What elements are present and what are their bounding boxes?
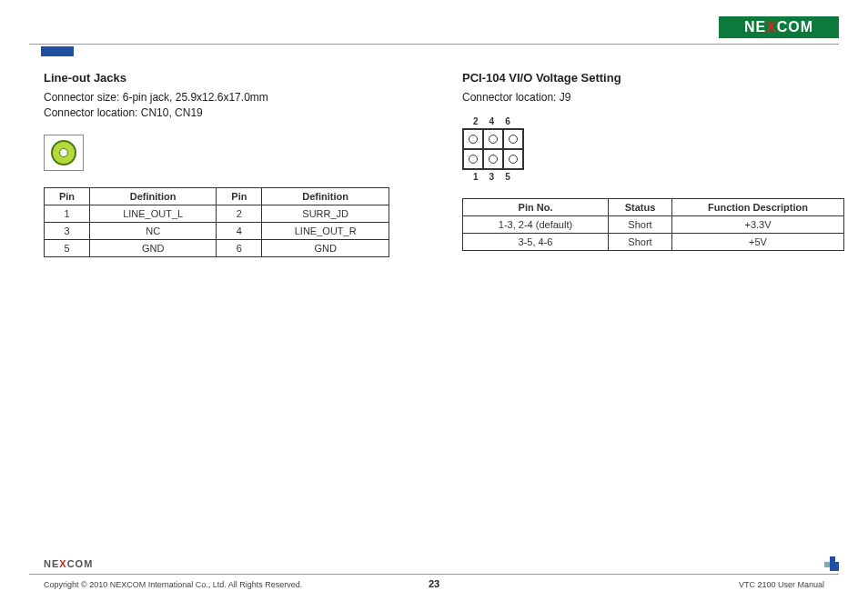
conn-cell [483,129,503,149]
pin-hole-icon [489,155,498,164]
cell-def: NC [89,222,217,239]
pin-hole-icon [469,135,478,144]
table-header-row: Pin Definition Pin Definition [45,187,389,205]
brand-x: X [59,558,66,569]
table-row: 5 GND 6 GND [45,239,389,256]
conn-cell [503,129,523,149]
cell-def: GND [262,239,389,256]
left-line2: Connector location: CN10, CN19 [44,105,389,121]
lineout-jack-icon [44,135,84,171]
pin-hole-icon [489,135,498,144]
cell-pinno: 1-3, 2-4 (default) [463,216,609,234]
left-line1: Connector size: 6-pin jack, 25.9x12.6x17… [44,90,389,105]
left-title: Line-out Jacks [44,71,389,85]
th-pin2: Pin [217,187,262,205]
cell-pin: 2 [217,205,262,222]
content: Line-out Jacks Connector size: 6-pin jac… [44,71,824,257]
footer-mark-icon [824,556,839,571]
cell-def: LINE_OUT_R [262,222,389,239]
brand-x: X [766,19,777,35]
left-column: Line-out Jacks Connector size: 6-pin jac… [44,71,389,257]
cell-pin: 6 [217,239,262,256]
cell-pin: 4 [217,222,262,239]
table-row: 3 NC 4 LINE_OUT_R [45,222,389,239]
conn-cell [483,149,503,169]
jack-ring-icon [51,140,76,165]
cell-pin: 5 [45,239,90,256]
brand-logo-footer: NEXCOM [44,558,93,569]
brand-right: COM [777,19,813,35]
pin-hole-icon [509,155,518,164]
right-title: PCI-104 VI/O Voltage Setting [462,71,844,85]
conn-label: 2 [473,116,479,126]
brand-left: NE [744,19,766,35]
conn-label: 1 [473,172,479,182]
conn-label: 4 [490,116,495,126]
th-def2: Definition [262,187,389,205]
table-row: 1 LINE_OUT_L 2 SURR_JD [45,205,389,222]
header-rule [29,44,839,45]
conn-cell [463,129,483,149]
conn-label: 6 [505,116,510,126]
brand-right: COM [67,558,94,569]
conn-labels-top: 2 4 6 [473,116,844,126]
th-func: Function Description [672,199,844,216]
th-status: Status [609,199,672,216]
footer-page-number: 23 [0,578,868,589]
pin-hole-icon [469,155,478,164]
voltage-setting-table: Pin No. Status Function Description 1-3,… [462,198,844,251]
cell-def: SURR_JD [262,205,389,222]
cell-pin: 3 [45,222,90,239]
pin-hole-icon [509,135,518,144]
table-row: 1-3, 2-4 (default) Short +3.3V [463,216,844,234]
cell-status: Short [609,234,672,251]
cell-pinno: 3-5, 4-6 [463,234,609,251]
table-row: 3-5, 4-6 Short +5V [463,234,844,251]
brand-logo-header: NEXCOM [719,16,839,38]
cell-def: GND [89,239,217,256]
th-pinno: Pin No. [463,199,609,216]
conn-label: 5 [505,172,510,182]
cell-pin: 1 [45,205,90,222]
cell-func: +5V [672,234,844,251]
th-pin: Pin [45,187,90,205]
cell-status: Short [609,216,672,234]
brand-left: NE [44,558,59,569]
conn-labels-bot: 1 3 5 [473,172,844,182]
cell-func: +3.3V [672,216,844,234]
footer-doc-title: VTC 2100 User Manual [739,580,824,589]
footer-rule [29,574,839,575]
lineout-pin-table: Pin Definition Pin Definition 1 LINE_OUT… [44,187,389,257]
header-accent [41,46,74,56]
th-def: Definition [89,187,217,205]
right-column: PCI-104 VI/O Voltage Setting Connector l… [462,71,844,257]
conn-grid [462,128,524,170]
j9-connector-diagram: 2 4 6 1 3 5 [462,116,844,182]
conn-cell [503,149,523,169]
page: NEXCOM Line-out Jacks Connector size: 6-… [0,0,868,611]
table-header-row: Pin No. Status Function Description [463,199,844,216]
jack-hole-icon [59,148,68,157]
conn-cell [463,149,483,169]
cell-def: LINE_OUT_L [89,205,217,222]
right-line1: Connector location: J9 [462,90,844,105]
conn-label: 3 [490,172,495,182]
